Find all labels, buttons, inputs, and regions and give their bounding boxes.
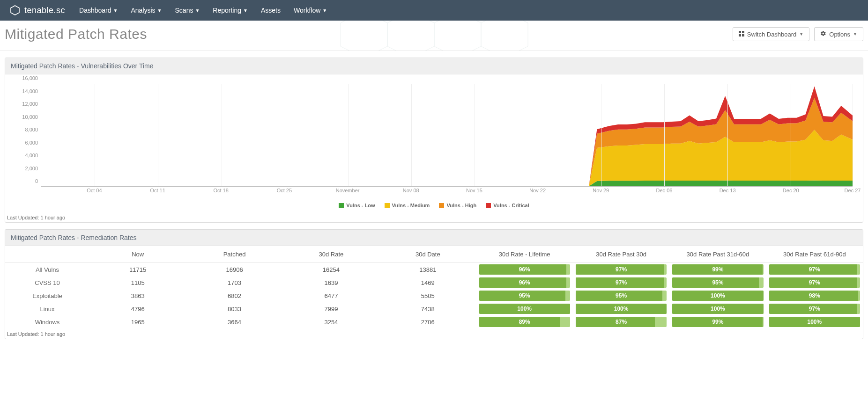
pct-cell: 99% [669, 315, 766, 328]
switch-dashboard-button[interactable]: Switch Dashboard ▼ [733, 27, 809, 41]
cell: Exploitable [5, 289, 89, 302]
progress-bar: 97% [576, 277, 667, 288]
caret-down-icon: ▼ [195, 8, 200, 13]
brand-logo[interactable]: tenable.sc [9, 5, 65, 16]
x-tick-label: Oct 18 [214, 188, 229, 193]
nav-label: Workflow [294, 7, 320, 14]
legend-label: Vulns - Critical [493, 203, 529, 208]
progress-bar: 100% [672, 291, 763, 301]
svg-marker-1 [341, 21, 387, 51]
progress-bar: 95% [576, 291, 667, 301]
pct-cell: 97% [766, 302, 863, 315]
chart-series [589, 181, 853, 186]
cell: 6477 [283, 289, 379, 302]
cell: 1703 [186, 276, 282, 289]
progress-bar: 98% [769, 291, 860, 301]
y-tick: 0 [35, 178, 38, 184]
progress-text: 97% [769, 304, 860, 314]
cell: All Vulns [5, 263, 89, 277]
table-row: Exploitable386368026477550595%95%100%98% [5, 289, 863, 302]
column-header: 30d Rate Past 30d [573, 246, 669, 263]
table-body: All Vulns1171516906162541388196%97%99%97… [5, 263, 863, 329]
x-tick-label: Dec 27 [845, 188, 861, 193]
progress-text: 95% [576, 291, 667, 301]
svg-rect-6 [742, 31, 744, 33]
x-tick-label: November [336, 188, 360, 193]
cell: 11715 [89, 263, 186, 277]
panel-remediation-rates: Mitigated Patch Rates - Remediation Rate… [5, 229, 863, 339]
progress-text: 99% [672, 264, 763, 275]
progress-bar: 100% [576, 304, 667, 314]
pct-cell: 97% [766, 276, 863, 289]
progress-text: 89% [479, 317, 570, 327]
progress-bar: 95% [479, 291, 570, 301]
progress-text: 97% [576, 264, 667, 275]
legend-item[interactable]: Vulns - High [439, 203, 476, 208]
cell: 1639 [283, 276, 379, 289]
column-header: 30d Date [379, 246, 476, 263]
progress-bar: 100% [479, 304, 570, 314]
x-tick-label: Oct 04 [87, 188, 102, 193]
brand-text: tenable.sc [24, 6, 65, 15]
pct-cell: 98% [766, 289, 863, 302]
pct-cell: 100% [476, 302, 573, 315]
nav-dashboard[interactable]: Dashboard▼ [79, 7, 118, 14]
progress-bar: 97% [576, 264, 667, 275]
area-chart[interactable]: 02,0004,0006,0008,00010,00012,00014,0001… [11, 79, 857, 201]
y-tick: 16,000 [22, 75, 38, 81]
gridline [791, 84, 791, 186]
svg-rect-8 [742, 34, 744, 36]
legend-item[interactable]: Vulns - Critical [486, 203, 529, 208]
column-header: Patched [186, 246, 282, 263]
nav-scans[interactable]: Scans▼ [175, 7, 200, 14]
svg-rect-7 [739, 34, 741, 36]
plot-area [41, 84, 853, 187]
legend-swatch [439, 203, 444, 208]
table-row: Windows196536643254270689%87%99%100% [5, 315, 863, 328]
cell: 16254 [283, 263, 379, 277]
cell: CVSS 10 [5, 276, 89, 289]
legend-item[interactable]: Vulns - Low [339, 203, 375, 208]
cell: Windows [5, 315, 89, 328]
progress-text: 87% [576, 317, 667, 327]
cell: 3863 [89, 289, 186, 302]
gridline [601, 84, 601, 186]
panel-vuln-over-time: Mitigated Patch Rates - Vulnerabilities … [5, 58, 863, 223]
last-updated: Last Updated: 1 hour ago [5, 328, 863, 339]
pct-cell: 89% [476, 315, 573, 328]
last-updated: Last Updated: 1 hour ago [5, 212, 863, 222]
legend-swatch [385, 203, 390, 208]
progress-text: 100% [672, 304, 763, 314]
progress-bar: 96% [479, 264, 570, 275]
cell: 3254 [283, 315, 379, 328]
caret-down-icon: ▼ [113, 8, 118, 13]
chart-svg [41, 84, 853, 186]
nav-workflow[interactable]: Workflow▼ [294, 7, 327, 14]
svg-marker-4 [481, 21, 528, 51]
nav-label: Scans [175, 7, 193, 14]
cell: 8033 [186, 302, 282, 315]
gridline [853, 84, 853, 186]
legend-item[interactable]: Vulns - Medium [385, 203, 430, 208]
gridline [348, 84, 349, 186]
svg-marker-0 [11, 6, 19, 15]
x-tick-label: Dec 06 [656, 188, 673, 193]
cell: 2706 [379, 315, 476, 328]
pct-cell: 100% [669, 302, 766, 315]
nav-analysis[interactable]: Analysis▼ [131, 7, 162, 14]
hex-background [317, 21, 551, 51]
grid-icon [739, 31, 744, 38]
table-row: Linux4796803379997438100%100%100%97% [5, 302, 863, 315]
nav-label: Assets [261, 7, 281, 14]
options-button[interactable]: Options ▼ [814, 27, 863, 41]
nav-assets[interactable]: Assets [261, 7, 281, 14]
legend-label: Vulns - High [446, 203, 476, 208]
nav-reporting[interactable]: Reporting▼ [213, 7, 248, 14]
pct-cell: 95% [573, 289, 669, 302]
pct-cell: 96% [476, 276, 573, 289]
table-row: CVSS 10110517031639146996%97%95%97% [5, 276, 863, 289]
pct-cell: 96% [476, 263, 573, 277]
options-label: Options [829, 31, 850, 38]
gear-icon [820, 30, 826, 38]
table-header-row: NowPatched30d Rate30d Date30d Rate - Lif… [5, 246, 863, 263]
